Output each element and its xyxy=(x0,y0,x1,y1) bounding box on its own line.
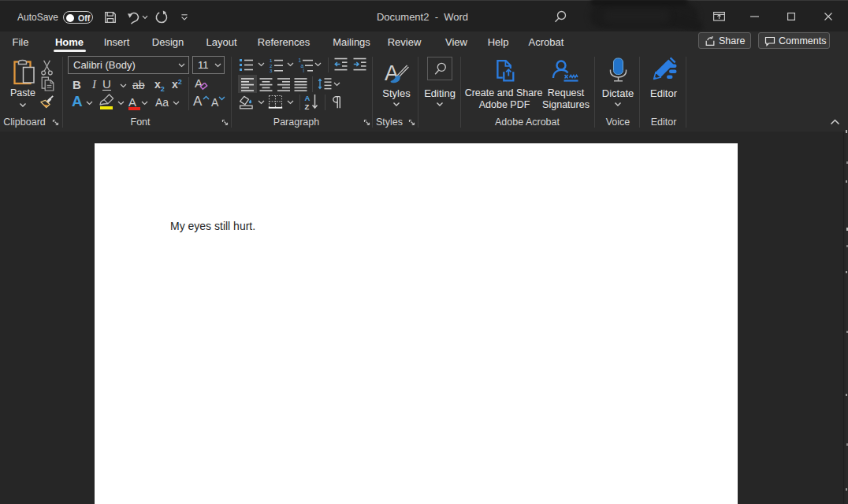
svg-text:3: 3 xyxy=(270,68,273,72)
svg-text:A: A xyxy=(305,94,311,102)
svg-text:i: i xyxy=(303,68,304,72)
svg-text:Z: Z xyxy=(305,102,310,110)
